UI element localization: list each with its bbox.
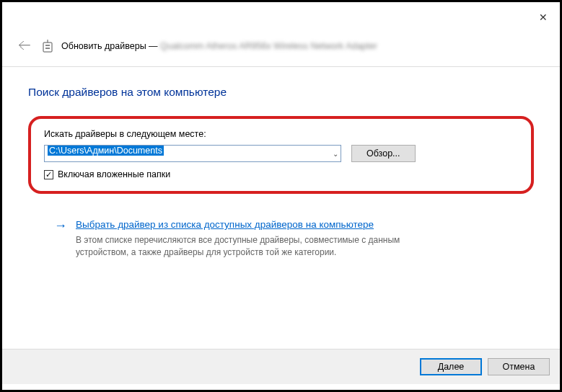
header-prefix: Обновить драйверы —: [61, 41, 160, 51]
titlebar: ✕: [2, 2, 560, 32]
path-row: C:\Users\Админ\Documents ⌄ Обзор...: [44, 145, 518, 162]
close-button[interactable]: ✕: [527, 2, 560, 32]
back-button[interactable]: 🡠: [15, 35, 34, 56]
browse-button[interactable]: Обзор...: [351, 145, 416, 162]
arrow-right-icon: →: [54, 218, 67, 259]
path-combobox[interactable]: C:\Users\Админ\Documents ⌄: [44, 145, 341, 162]
next-button[interactable]: Далее: [420, 358, 482, 375]
search-label: Искать драйверы в следующем месте:: [44, 129, 518, 139]
link-body: Выбрать драйвер из списка доступных драй…: [76, 218, 454, 259]
wizard-header: 🡠 Обновить драйверы — Qualcomm Atheros A…: [2, 32, 560, 66]
include-subfolders-checkbox[interactable]: ✓: [44, 170, 53, 179]
cancel-button[interactable]: Отмена: [488, 358, 550, 375]
content-area: Поиск драйверов на этом компьютере Искат…: [2, 67, 560, 273]
device-name: Qualcomm Atheros AR956x Wireless Network…: [160, 41, 377, 51]
include-subfolders-row: ✓ Включая вложенные папки: [44, 169, 518, 179]
svg-rect-0: [43, 43, 52, 52]
device-icon: [43, 40, 53, 53]
svg-rect-1: [45, 45, 50, 46]
path-value: C:\Users\Админ\Documents: [48, 146, 164, 156]
header-title: Обновить драйверы — Qualcomm Atheros AR9…: [61, 41, 377, 51]
svg-rect-2: [45, 48, 50, 49]
page-title: Поиск драйверов на этом компьютере: [28, 86, 534, 99]
path-input[interactable]: C:\Users\Админ\Documents: [44, 145, 341, 162]
link-title[interactable]: Выбрать драйвер из списка доступных драй…: [76, 218, 454, 231]
close-icon: ✕: [539, 12, 548, 23]
link-description: В этом списке перечисляются все доступны…: [76, 234, 454, 259]
footer: Далее Отмена: [2, 349, 560, 384]
pick-from-list-link[interactable]: → Выбрать драйвер из списка доступных др…: [28, 214, 454, 259]
include-subfolders-label: Включая вложенные папки: [58, 169, 170, 179]
search-location-group: Искать драйверы в следующем месте: C:\Us…: [28, 116, 534, 194]
